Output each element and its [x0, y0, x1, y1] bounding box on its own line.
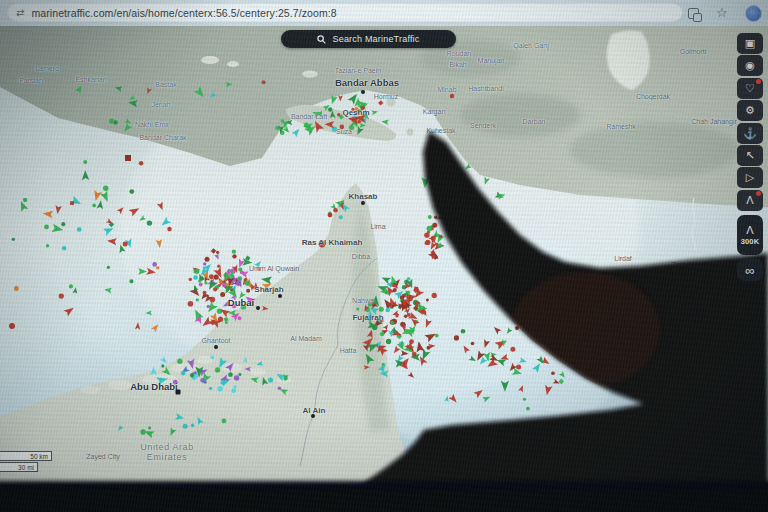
vessel-marker[interactable]	[257, 267, 261, 271]
vessel-marker[interactable]	[400, 295, 405, 300]
vessel-marker[interactable]	[424, 232, 429, 237]
toolbar-playback-button[interactable]: ▷	[737, 167, 763, 188]
vessel-marker[interactable]	[368, 302, 372, 306]
vessel-marker[interactable]	[194, 269, 199, 274]
vessel-marker[interactable]	[412, 352, 417, 357]
vessel-marker[interactable]	[461, 329, 466, 334]
toolbar-maps-button[interactable]: ▣	[737, 33, 763, 54]
vessel-marker[interactable]	[200, 378, 204, 382]
marine-map[interactable]	[0, 0, 768, 512]
vessel-marker[interactable]	[542, 336, 547, 341]
vessel-marker[interactable]	[328, 107, 332, 111]
vessel-marker[interactable]	[515, 326, 519, 330]
vessel-marker[interactable]	[456, 196, 461, 201]
vessel-marker[interactable]	[222, 418, 227, 423]
vessel-marker[interactable]	[211, 356, 215, 360]
vessel-marker[interactable]	[471, 342, 475, 346]
map-search-bar[interactable]: Search MarineTraffic	[281, 30, 456, 48]
vessel-marker[interactable]	[283, 376, 287, 380]
vessel-marker[interactable]	[181, 371, 186, 376]
vessel-marker[interactable]	[245, 281, 250, 286]
vessel-marker[interactable]	[23, 198, 27, 202]
vessel-marker[interactable]	[77, 227, 82, 232]
vessel-marker[interactable]	[385, 308, 390, 313]
vessel-marker[interactable]	[246, 289, 250, 293]
vessel-marker[interactable]	[193, 275, 198, 280]
vessel-marker[interactable]	[404, 314, 408, 318]
vessel-marker[interactable]	[147, 220, 152, 225]
vessel-marker[interactable]	[356, 307, 359, 310]
vessel-marker[interactable]	[231, 388, 236, 393]
vessel-marker[interactable]	[337, 113, 340, 116]
vessel-marker[interactable]	[232, 254, 236, 258]
vessel-marker[interactable]	[152, 262, 157, 267]
vessel-marker[interactable]	[213, 287, 217, 291]
vessel-marker[interactable]	[426, 299, 429, 302]
vessel-marker[interactable]	[216, 251, 219, 254]
vessel-marker[interactable]	[304, 122, 309, 127]
vessel-marker[interactable]	[129, 189, 134, 194]
vessel-marker[interactable]	[217, 308, 222, 313]
address-bar[interactable]: ⇄ marinetraffic.com/en/ais/home/centerx:…	[7, 3, 683, 22]
toolbar-fleets-button[interactable]: ⚓	[737, 123, 763, 144]
vessel-marker[interactable]	[450, 94, 454, 98]
vessel-marker[interactable]	[125, 155, 131, 161]
vessel-marker[interactable]	[217, 264, 220, 267]
vessel-marker[interactable]	[403, 302, 406, 305]
vessel-marker[interactable]	[434, 216, 437, 219]
vessel-marker[interactable]	[232, 304, 236, 308]
vessel-marker[interactable]	[123, 241, 128, 246]
vessel-marker[interactable]	[454, 335, 459, 340]
vessel-marker[interactable]	[328, 213, 333, 218]
vessel-marker[interactable]	[339, 215, 343, 219]
vessel-marker[interactable]	[69, 284, 73, 288]
vessel-marker[interactable]	[12, 238, 15, 241]
vessel-marker[interactable]	[9, 323, 15, 329]
vessel-marker[interactable]	[426, 346, 430, 350]
toolbar-measure-button[interactable]: ↖	[737, 145, 763, 166]
vessel-marker[interactable]	[238, 373, 241, 376]
vessel-marker[interactable]	[234, 375, 239, 380]
vessel-marker[interactable]	[61, 222, 65, 226]
vessel-marker[interactable]	[194, 374, 199, 379]
vessel-marker[interactable]	[203, 262, 206, 265]
vessel-marker[interactable]	[319, 241, 326, 248]
vessel-marker[interactable]	[191, 424, 195, 428]
bookmark-star-icon[interactable]: ☆	[716, 5, 728, 20]
vessel-marker[interactable]	[62, 246, 66, 250]
vessel-marker[interactable]	[222, 283, 226, 287]
toolbar-vessel-filter-button[interactable]: Λ	[737, 190, 763, 211]
vessel-marker[interactable]	[379, 307, 384, 312]
vessel-marker[interactable]	[340, 125, 345, 130]
vessel-marker[interactable]	[414, 287, 418, 291]
vessel-marker[interactable]	[188, 301, 194, 307]
vessel-marker[interactable]	[140, 429, 145, 434]
vessel-marker[interactable]	[161, 364, 164, 367]
vessel-marker[interactable]	[203, 291, 207, 295]
vessel-marker[interactable]	[220, 292, 225, 297]
vessel-marker[interactable]	[278, 387, 281, 390]
vessel-marker[interactable]	[107, 266, 110, 269]
vessel-marker[interactable]	[205, 257, 210, 262]
vessel-marker[interactable]	[241, 304, 246, 309]
vessel-marker[interactable]	[386, 339, 391, 344]
vessel-marker[interactable]	[129, 279, 133, 283]
vessel-marker[interactable]	[83, 160, 87, 164]
vessel-marker[interactable]	[59, 293, 64, 298]
vessel-marker[interactable]	[109, 119, 114, 124]
vessel-marker[interactable]	[196, 298, 199, 301]
vessel-marker[interactable]	[236, 281, 241, 286]
vessel-marker[interactable]	[333, 208, 337, 212]
vessel-marker[interactable]	[156, 266, 159, 269]
vessel-marker[interactable]	[207, 305, 210, 308]
vessel-marker[interactable]	[44, 225, 49, 230]
vessel-marker[interactable]	[167, 227, 172, 232]
vessel-marker[interactable]	[238, 316, 242, 320]
vessel-marker[interactable]	[432, 223, 437, 228]
vessel-marker[interactable]	[526, 407, 530, 411]
vessel-marker[interactable]	[349, 125, 354, 130]
vessel-marker[interactable]	[393, 288, 397, 292]
vessel-marker[interactable]	[148, 426, 151, 429]
vessel-marker[interactable]	[139, 161, 144, 166]
vessel-marker[interactable]	[198, 279, 201, 282]
